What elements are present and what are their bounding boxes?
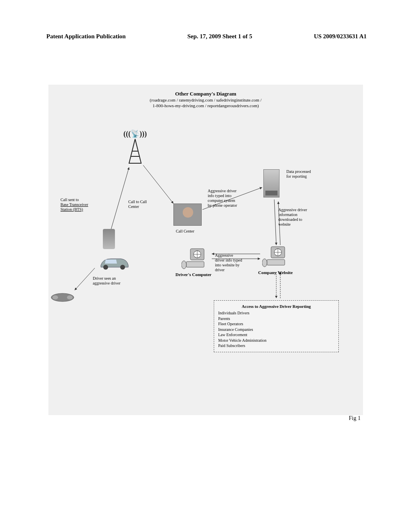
aggdown-l3: downloaded to: [278, 217, 331, 222]
title-sub2: 1-800-hows-my-driving.com / reportdanger…: [48, 103, 363, 108]
svg-point-24: [181, 261, 186, 269]
car-label: Driver sees an aggressive driver: [93, 276, 141, 286]
mobile-phone-icon: [103, 229, 115, 249]
header-right: US 2009/0233631 A1: [314, 33, 367, 40]
header-left: Patent Application Publication: [46, 33, 126, 40]
cell-tower-icon: (((📡))): [123, 129, 147, 165]
callcenter-label: Call Center: [176, 229, 208, 234]
aggweb-l2: driver info typed: [215, 258, 259, 263]
diagram-area: Other Company's Diagram (roadrage.com / …: [48, 85, 363, 415]
access-item: Individuals Drivers: [218, 310, 334, 316]
aggtyped-l1: Aggressive driver: [208, 189, 256, 193]
ccc-l1: Call to Call: [128, 200, 165, 204]
car-l2: aggressive driver: [93, 281, 141, 286]
header-center: Sep. 17, 2009 Sheet 1 of 5: [187, 33, 252, 40]
aggtyped-l2: info typed into: [208, 193, 256, 198]
access-item: Fleet Operators: [218, 321, 334, 327]
aggweb-l1: Aggressive: [215, 253, 259, 258]
call-to-callcenter-label: Call to Call Center: [128, 200, 165, 209]
call-center-operator-icon: [173, 204, 202, 226]
driver-computer-label: Driver's Computer: [175, 272, 224, 277]
aggdown-l2: information: [278, 212, 331, 217]
dataproc-l2: for reporting: [286, 174, 331, 179]
page-header: Patent Application Publication Sep. 17, …: [0, 33, 413, 40]
agg-website-label: Aggressive driver info typed into websit…: [215, 253, 259, 272]
svg-point-17: [52, 295, 58, 299]
car-l1: Driver sees an: [93, 276, 141, 281]
svg-rect-29: [267, 260, 285, 265]
aggdown-l4: website: [278, 222, 331, 227]
svg-line-0: [111, 167, 129, 230]
agg-typed-label: Aggressive driver info typed into comput…: [208, 189, 256, 208]
svg-point-18: [67, 295, 73, 299]
svg-point-15: [120, 265, 125, 270]
access-item: Motor Vehicle Administration: [218, 338, 334, 343]
diagram-title: Other Company's Diagram (roadrage.com / …: [48, 91, 363, 109]
svg-line-4: [75, 268, 95, 290]
bts-l2: Base Transceiver: [60, 202, 109, 207]
bts-l1: Call sent to: [60, 197, 109, 202]
access-item: Insurance Companies: [218, 327, 334, 332]
driver-computer-icon: [181, 248, 210, 270]
dataproc-l1: Data processed: [286, 169, 331, 174]
access-box: Access to Aggressive Driver Reporting In…: [214, 300, 339, 352]
aggweb-l4: driver: [215, 268, 259, 272]
phone-handset-icon: [50, 290, 75, 304]
company-website-icon: [262, 246, 290, 268]
aggdown-label: Aggressive driver information downloaded…: [278, 208, 331, 227]
figure-label: Fig 1: [349, 415, 361, 422]
svg-text:(((📡))): (((📡))): [123, 129, 147, 138]
bts-label: Call sent to Base Transceiver Station (B…: [60, 197, 109, 212]
aggweb-l3: into website by: [215, 263, 259, 268]
car-icon: [97, 254, 131, 270]
ccc-l2: Center: [128, 204, 165, 209]
server-icon: [263, 169, 280, 197]
access-item: Paid Subscribers: [218, 343, 334, 349]
svg-line-1: [143, 165, 173, 204]
aggtyped-l3: computer system: [208, 198, 256, 203]
access-item: Parents: [218, 316, 334, 322]
svg-point-30: [262, 259, 267, 267]
svg-line-3: [274, 200, 276, 245]
title-main: Other Company's Diagram: [48, 91, 363, 97]
access-item: Law Enforcement: [218, 332, 334, 338]
svg-rect-23: [186, 262, 204, 267]
aggdown-l1: Aggressive driver: [278, 208, 331, 212]
company-website-label: Company Website: [258, 270, 307, 275]
svg-point-14: [103, 265, 108, 270]
bts-l3: Station (BTS): [60, 207, 109, 212]
title-sub1: (roadrage.com / ratemydriving.com / safe…: [48, 97, 363, 103]
dataproc-label: Data processed for reporting: [286, 169, 331, 179]
aggtyped-l4: by phone operator: [208, 203, 256, 208]
access-title: Access to Aggressive Driver Reporting: [218, 304, 334, 310]
